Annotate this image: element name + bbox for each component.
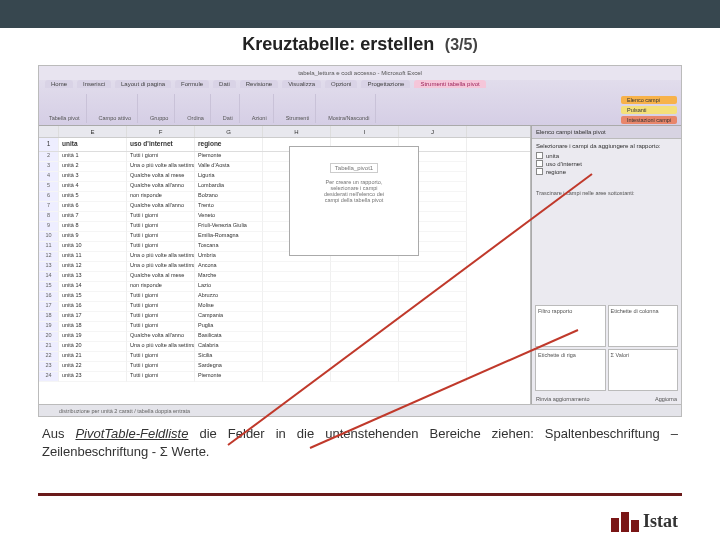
field-item-2[interactable]: regione [536,168,677,175]
table-row: 14unità 13Qualche volta al meseMarche [39,272,530,282]
table-row: 11unità 10Tutti i giorniToscana [39,242,530,252]
table-row: 2unità 1Tutti i giorniPiemonte [39,152,530,162]
tab-view[interactable]: Visualizza [282,80,321,88]
tab-pivot-tools[interactable]: Strumenti tabella pivot [414,80,485,88]
table-row: 4unità 3Qualche volta al meseLiguria [39,172,530,182]
table-row: 6unità 5non rispondeBolzano [39,192,530,202]
zone-filter[interactable]: Filtro rapporto [535,305,606,347]
table-row: 9unità 8Tutti i giorniFriuli-Venezia Giu… [39,222,530,232]
table-row: 15unità 14non rispondeLazio [39,282,530,292]
checkbox-icon[interactable] [536,168,543,175]
field-pane-header: Elenco campi tabella pivot [532,126,681,139]
tab-data[interactable]: Dati [213,80,236,88]
table-row: 17unità 16Tutti i giorniMolise [39,302,530,312]
ribbon: tabela_lettura e codi accesso - Microsof… [39,66,681,126]
rgroup-0: Tabella pivot [43,94,87,123]
istat-logo: Istat [611,511,678,532]
sheet-tabs[interactable]: distribuzione per unità 2 caratt / tabel… [39,404,681,416]
rgroup-2: Gruppo [144,94,175,123]
btn-buttons[interactable]: Pulsanti [621,106,677,114]
table-row: 13unità 12Una o più volte alla settimana… [39,262,530,272]
field-item-1[interactable]: uso d'internet [536,160,677,167]
content-area: EFGHIJ 1unitauso d'internetregione 2unit… [39,126,681,404]
table-row: 24unità 23Tutti i giorniPiemonte [39,372,530,382]
field-pane-list: Selezionare i campi da aggiungere al rap… [532,139,681,180]
table-row: 19unità 18Tutti i giorniPuglia [39,322,530,332]
caption-keyword: PivotTable-Feldliste [75,426,188,441]
tab-review[interactable]: Revisione [240,80,278,88]
table-row: 21unità 20Una o più volte alla settimana… [39,342,530,352]
zone-values[interactable]: Σ Valori [608,349,679,391]
tab-layout[interactable]: Layout di pagina [115,80,171,88]
table-row: 18unità 17Tutti i giorniCampania [39,312,530,322]
header-row: 1unitauso d'internetregione [39,138,530,152]
field-drag-label: Trascinare i campi nelle aree sottostant… [532,188,681,198]
pivot-placeholder[interactable]: Tabella_pivot1 Per creare un rapporto, s… [289,146,419,256]
slide-subtitle: (3/5) [445,36,478,53]
tab-design[interactable]: Progettazione [361,80,410,88]
field-instruction: Selezionare i campi da aggiungere al rap… [536,143,677,149]
table-row: 16unità 15Tutti i giorniAbruzzo [39,292,530,302]
slide-title-row: Kreuztabelle: erstellen (3/5) [0,28,720,59]
field-item-0[interactable]: unita [536,152,677,159]
rgroup-1: Campo attivo [93,94,138,123]
table-row: 23unità 22Tutti i giorniSardegna [39,362,530,372]
slide-caption: Aus PivotTable-Feldliste die Felder in d… [42,425,678,461]
rgroup-6: Strumenti [280,94,317,123]
table-row: 12unità 11Una o più volte alla settimana… [39,252,530,262]
btn-fieldlist[interactable]: Elenco campi [621,96,677,104]
field-pane-footer: Rinvia aggiornamento Aggiorna [532,394,681,404]
table-row: 7unità 6Qualche volta all'annoTrento [39,202,530,212]
checkbox-icon[interactable] [536,152,543,159]
caption-prefix: Aus [42,426,75,441]
btn-headers[interactable]: Intestazioni campi [621,116,677,124]
table-row: 22unità 21Tutti i giorniSicilia [39,352,530,362]
ribbon-right-buttons: Elenco campi Pulsanti Intestazioni campi [621,96,677,124]
tab-options[interactable]: Opzioni [325,80,357,88]
tab-home[interactable]: Home [45,80,73,88]
table-row: 20unità 19Qualche volta all'annoBasilica… [39,332,530,342]
bottom-rule [38,493,682,496]
slide-title: Kreuztabelle: erstellen [242,34,434,54]
data-rows: 2unità 1Tutti i giorniPiemonte3unità 2Un… [39,152,530,382]
table-row: 8unità 7Tutti i giorniVeneto [39,212,530,222]
zone-rows[interactable]: Etichette di riga [535,349,606,391]
table-row: 3unità 2Una o più volte alla settimanaVa… [39,162,530,172]
rgroup-4: Dati [217,94,240,123]
table-row: 5unità 4Qualche volta all'annoLombardia [39,182,530,192]
field-list-pane[interactable]: Elenco campi tabella pivot Selezionare i… [531,126,681,404]
slide-header-bar [0,0,720,28]
column-headers: EFGHIJ [39,126,530,138]
tab-insert[interactable]: Inserisci [77,80,111,88]
rgroup-7: Mostra/Nascondi [322,94,376,123]
window-title: tabela_lettura e codi accesso - Microsof… [39,66,681,80]
ribbon-groups: Tabella pivot Campo attivo Gruppo Ordina… [43,94,677,123]
worksheet[interactable]: EFGHIJ 1unitauso d'internetregione 2unit… [39,126,531,404]
rgroup-3: Ordina [181,94,211,123]
excel-screenshot: tabela_lettura e codi accesso - Microsof… [38,65,682,417]
table-row: 10unità 9Tutti i giorniEmilia-Romagna [39,232,530,242]
field-drop-zones: Filtro rapporto Etichette di colonna Eti… [532,302,681,394]
zone-columns[interactable]: Etichette di colonna [608,305,679,347]
logo-text: Istat [643,511,678,532]
rgroup-5: Azioni [246,94,274,123]
pivot-title: Tabella_pivot1 [330,163,378,173]
logo-bars-icon [611,512,639,532]
tab-formulas[interactable]: Formule [175,80,209,88]
checkbox-icon[interactable] [536,160,543,167]
ribbon-tabs: Home Inserisci Layout di pagina Formule … [45,80,486,88]
